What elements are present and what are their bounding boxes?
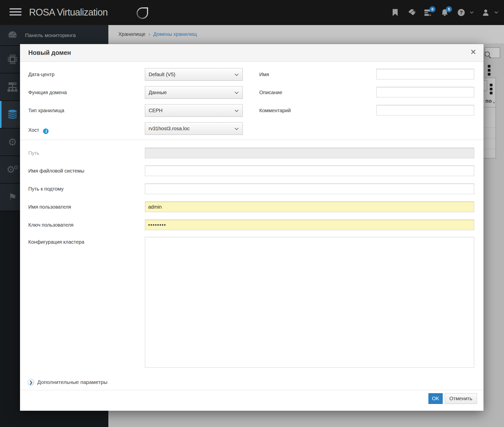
subvolume-path-field[interactable] bbox=[145, 184, 474, 194]
host-label: Хостi bbox=[28, 128, 49, 134]
background-kebab-menu-icon[interactable] bbox=[488, 65, 490, 77]
user-caret-icon bbox=[494, 10, 498, 14]
help-icon[interactable]: ? bbox=[457, 8, 465, 17]
breadcrumb-separator: › bbox=[148, 31, 150, 38]
storage-type-select[interactable]: CEPH bbox=[145, 104, 243, 117]
user-icon[interactable] bbox=[482, 8, 489, 17]
user-key-field[interactable] bbox=[145, 220, 474, 230]
app-logo-text: ROSA Virtualization bbox=[29, 7, 108, 18]
screen: ROSA Virtualization bbox=[0, 0, 504, 427]
breadcrumb-current-link[interactable]: Домены хранилищ bbox=[153, 31, 197, 37]
help-caret-icon bbox=[470, 10, 473, 14]
footer-divider bbox=[20, 390, 483, 390]
section-divider bbox=[20, 140, 483, 140]
notifications-count-badge: 5 bbox=[446, 6, 452, 12]
datacenter-select[interactable]: Default (V5) bbox=[145, 68, 243, 81]
chevron-down-icon bbox=[235, 126, 239, 130]
comment-field[interactable] bbox=[376, 105, 474, 115]
tasks-count-badge: 0 bbox=[429, 6, 435, 12]
advanced-parameters-toggle[interactable]: ❯ Дополнительные параметры bbox=[28, 379, 107, 386]
advanced-parameters-label: Дополнительные параметры bbox=[37, 379, 107, 385]
name-field[interactable] bbox=[376, 69, 474, 79]
description-field[interactable] bbox=[376, 87, 474, 97]
cluster-config-textarea[interactable] bbox=[145, 237, 474, 368]
background-panel-kebab-icon[interactable] bbox=[490, 84, 492, 96]
notifications-bell-icon[interactable]: 5 bbox=[441, 8, 448, 17]
bookmark-icon[interactable] bbox=[391, 8, 399, 17]
rosa-drop-logo-icon bbox=[135, 6, 150, 20]
chevron-down-icon bbox=[235, 90, 239, 94]
dialog-title: Новый домен bbox=[28, 49, 71, 56]
host-select[interactable]: rv31host3.rosa.loc bbox=[145, 122, 243, 135]
ok-button[interactable]: OK bbox=[428, 393, 443, 404]
masthead-actions: 0 5 ? bbox=[391, 0, 497, 25]
tasks-icon[interactable]: 0 bbox=[424, 8, 432, 17]
path-field bbox=[145, 148, 474, 158]
filesystem-name-field[interactable] bbox=[145, 166, 474, 176]
masthead: ROSA Virtualization bbox=[0, 0, 504, 25]
chevron-down-icon bbox=[235, 108, 239, 112]
tags-icon[interactable] bbox=[408, 8, 415, 17]
dialog-header: Новый домен ✕ bbox=[20, 44, 483, 62]
domain-function-select[interactable]: Данные bbox=[145, 86, 243, 99]
sidebar-item-dashboard[interactable]: Панель мониторинга bbox=[0, 25, 108, 46]
breadcrumb-section[interactable]: Хранилище bbox=[118, 31, 145, 37]
dashboard-gauge-icon bbox=[0, 31, 25, 40]
cancel-button[interactable]: Отменить bbox=[445, 393, 477, 404]
hamburger-menu-button[interactable] bbox=[10, 8, 22, 17]
new-domain-dialog: Новый домен ✕ Дата-центр Default (V5) Фу… bbox=[20, 44, 483, 411]
background-search-box[interactable] bbox=[485, 47, 500, 58]
breadcrumb: Хранилище › Домены хранилищ bbox=[108, 25, 504, 43]
expand-chevron-icon: ❯ bbox=[28, 379, 34, 386]
close-icon[interactable]: ✕ bbox=[470, 48, 476, 56]
info-icon[interactable]: i bbox=[43, 128, 49, 134]
chevron-down-icon bbox=[235, 72, 239, 76]
sidebar-item-dashboard-label: Панель мониторинга bbox=[25, 32, 76, 38]
username-field[interactable] bbox=[145, 202, 474, 212]
